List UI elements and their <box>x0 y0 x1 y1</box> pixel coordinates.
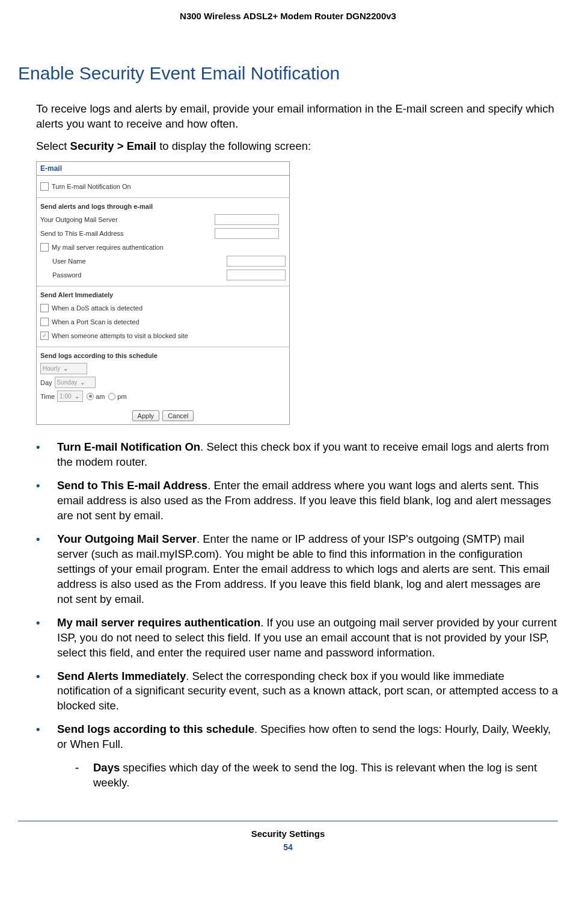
bullet-list: • Turn E-mail Notification On. Select th… <box>36 440 558 791</box>
bullet-bold: Your Outgoing Mail Server <box>57 532 197 545</box>
bullet-marker-icon: • <box>36 478 57 523</box>
bullet-marker-icon: • <box>36 722 57 752</box>
email-config-screenshot: E-mail Turn E-mail Notification On Send … <box>36 161 290 425</box>
auth-label: My mail server requires authentication <box>52 244 164 251</box>
intro2-pre: Select <box>36 140 70 152</box>
alert-heading: Send Alert Immediately <box>40 289 286 300</box>
footer-page-number: 54 <box>23 842 553 852</box>
time-label: Time <box>40 393 55 400</box>
outgoing-server-label: Your Outgoing Mail Server <box>40 216 215 223</box>
turn-on-label: Turn E-mail Notification On <box>52 183 131 190</box>
bullet-marker-icon: • <box>36 669 57 714</box>
bullet-marker-icon: • <box>36 616 57 661</box>
intro2-post: to display the following screen: <box>156 140 311 152</box>
bullet-bold: Turn E-mail Notification On <box>57 440 200 453</box>
bullet-bold: Send to This E-mail Address <box>57 479 207 492</box>
sub-bullet-item: - Days specifies which day of the week t… <box>75 761 558 791</box>
bullet-item: • Your Outgoing Mail Server. Enter the n… <box>36 532 558 607</box>
am-label: am <box>96 393 105 400</box>
day-label: Day <box>40 379 52 386</box>
auth-checkbox[interactable] <box>40 243 49 252</box>
apply-button[interactable]: Apply <box>132 410 160 421</box>
document-header: N300 Wireless ADSL2+ Modem Router DGN220… <box>18 11 558 21</box>
bullet-item: • Send logs according to this schedule. … <box>36 722 558 752</box>
dos-checkbox[interactable] <box>40 304 49 312</box>
bullet-item: • Send Alerts Immediately. Select the co… <box>36 669 558 714</box>
blocked-checkbox[interactable] <box>40 332 49 340</box>
intro2-bold: Security > Email <box>70 140 156 152</box>
blocked-label: When someone attempts to visit a blocked… <box>52 332 188 339</box>
schedule-select[interactable]: Hourly <box>40 363 87 374</box>
cancel-button[interactable]: Cancel <box>162 410 194 421</box>
time-select[interactable]: 1:00 <box>57 390 83 402</box>
bullet-bold: Send Alerts Immediately <box>57 670 186 682</box>
bullet-bold: Send logs according to this schedule <box>57 723 254 735</box>
dos-label: When a DoS attack is detected <box>52 304 142 312</box>
intro-paragraph-2: Select Security > Email to display the f… <box>36 139 558 154</box>
bullet-item: • My mail server requires authentication… <box>36 616 558 661</box>
send-to-input[interactable] <box>215 228 279 239</box>
day-select[interactable]: Sunday <box>55 377 96 388</box>
page-footer: Security Settings 54 <box>18 821 558 857</box>
send-through-heading: Send alerts and logs through e-mail <box>40 201 286 212</box>
pm-label: pm <box>117 393 126 400</box>
username-label: User Name <box>40 258 227 265</box>
bullet-marker-icon: • <box>36 440 57 470</box>
ss-panel-title: E-mail <box>37 162 289 176</box>
bullet-item: • Turn E-mail Notification On. Select th… <box>36 440 558 470</box>
portscan-label: When a Port Scan is detected <box>52 318 139 326</box>
schedule-heading: Send logs according to this schedule <box>40 350 286 361</box>
bullet-marker-icon: • <box>36 532 57 607</box>
portscan-checkbox[interactable] <box>40 318 49 326</box>
intro-paragraph-1: To receive logs and alerts by email, pro… <box>36 102 558 132</box>
bullet-item: • Send to This E-mail Address. Enter the… <box>36 478 558 523</box>
am-radio[interactable] <box>87 393 94 400</box>
pm-radio[interactable] <box>108 393 115 400</box>
footer-title: Security Settings <box>23 826 553 839</box>
turn-on-checkbox[interactable] <box>40 182 49 191</box>
username-input[interactable] <box>227 256 286 267</box>
sub-bullet-bold: Days <box>93 761 120 774</box>
password-input[interactable] <box>227 270 286 280</box>
sub-bullet-text: specifies which day of the week to send … <box>93 761 537 789</box>
section-heading: Enable Security Event Email Notification <box>18 63 558 84</box>
bullet-bold: My mail server requires authentication <box>57 616 260 629</box>
password-label: Password <box>40 271 227 279</box>
send-to-label: Send to This E-mail Address <box>40 230 215 237</box>
dash-marker-icon: - <box>75 761 93 791</box>
outgoing-server-input[interactable] <box>215 214 279 225</box>
